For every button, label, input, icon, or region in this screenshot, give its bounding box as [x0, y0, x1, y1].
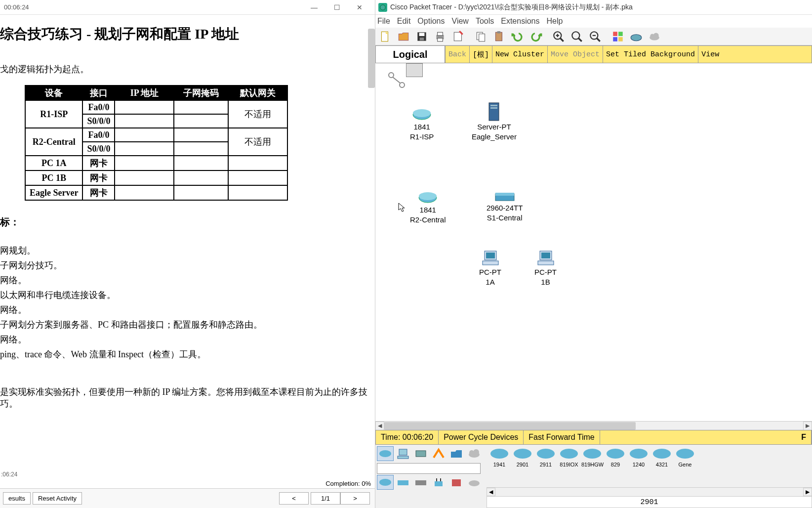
subcat-switches-icon[interactable]	[395, 475, 411, 490]
cat-end-devices-icon[interactable]	[395, 446, 411, 461]
subcat-routers-icon[interactable]	[377, 475, 394, 490]
close-button[interactable]: ✕	[348, 0, 371, 15]
menu-view[interactable]: View	[452, 17, 469, 26]
device-pc-1b[interactable]: PC-PT 1B	[534, 250, 557, 287]
device-item[interactable]: 2911	[535, 447, 557, 468]
device-list-scrollbar[interactable]: ◀ ▶	[487, 487, 812, 496]
zoom-in-icon[interactable]	[550, 29, 567, 44]
zoom-reset-icon[interactable]	[568, 29, 585, 44]
svg-point-70	[653, 449, 671, 459]
cloud-icon[interactable]	[646, 29, 663, 44]
scrollbar-thumb[interactable]	[368, 29, 375, 88]
scroll-right-icon[interactable]: ▶	[803, 422, 812, 430]
back-button[interactable]: Back	[445, 46, 469, 63]
subcat-hubs-icon[interactable]	[412, 475, 429, 490]
workspace-hscrollbar[interactable]: ◀ ▶	[375, 421, 812, 430]
copy-icon[interactable]	[473, 29, 489, 44]
svg-point-34	[413, 109, 431, 117]
device-eagle-server[interactable]: Server-PT Eagle_Server	[472, 102, 517, 141]
svg-rect-51	[416, 451, 426, 457]
device-item[interactable]: 4321	[651, 447, 673, 468]
device-item[interactable]: 829	[605, 447, 626, 468]
set-background-button[interactable]: Set Tiled Background	[603, 46, 698, 63]
device-item[interactable]: Gene	[674, 447, 696, 468]
fast-forward-button[interactable]: Fast Forward Time	[524, 430, 600, 444]
svg-point-31	[400, 83, 405, 87]
subcat-security-icon[interactable]	[448, 475, 465, 490]
device-item[interactable]: 819IOX	[558, 447, 580, 468]
minimize-button[interactable]: —	[303, 0, 325, 15]
new-cluster-button[interactable]: New Cluster	[492, 46, 547, 63]
svg-rect-8	[454, 32, 461, 41]
svg-point-55	[379, 479, 391, 486]
svg-rect-3	[419, 33, 425, 36]
paste-icon[interactable]	[491, 29, 508, 44]
check-results-button[interactable]: esults	[3, 492, 31, 505]
svg-point-71	[676, 449, 694, 459]
zoom-out-icon[interactable]	[587, 29, 604, 44]
svg-line-32	[393, 77, 400, 83]
svg-rect-6	[438, 32, 443, 36]
redo-icon[interactable]	[528, 29, 544, 44]
activity-wizard-icon[interactable]	[450, 29, 467, 44]
device-pc-1a[interactable]: PC-PT 1A	[479, 250, 501, 287]
print-icon[interactable]	[432, 29, 448, 44]
app-icon	[378, 3, 387, 12]
bullet: 子网划分方案到服务器、PC 和路由器接口；配置服务和静态路由。	[0, 319, 373, 331]
table-row: PC 1B 网卡	[25, 170, 287, 185]
svg-rect-22	[613, 32, 617, 36]
scroll-right-icon[interactable]: ▶	[803, 488, 812, 496]
move-object-button[interactable]: Move Object	[547, 46, 603, 63]
cat-multiuser-icon[interactable]	[466, 446, 483, 461]
menu-edit[interactable]: Edit	[397, 17, 411, 26]
prev-page-button[interactable]: <	[279, 492, 309, 505]
viewport-button[interactable]: View	[698, 46, 722, 63]
reset-activity-button[interactable]: Reset Activity	[33, 492, 82, 505]
save-file-icon[interactable]	[413, 29, 430, 44]
table-row: Eagle Server 网卡	[25, 185, 287, 200]
subcat-wan-icon[interactable]	[466, 475, 483, 490]
cat-connections-icon[interactable]	[430, 446, 447, 461]
device-r2-central[interactable]: 1841 R2-Central	[410, 191, 446, 224]
cat-components-icon[interactable]	[412, 446, 429, 461]
cat-misc-icon[interactable]	[448, 446, 465, 461]
realtime-toggle[interactable]: F	[796, 430, 812, 444]
menu-extensions[interactable]: Extensions	[501, 17, 539, 26]
device-item[interactable]: 819HGW	[581, 447, 603, 468]
device-item[interactable]: 1941	[488, 447, 510, 468]
menu-help[interactable]: Help	[547, 17, 563, 26]
power-cycle-button[interactable]: Power Cycle Devices	[439, 430, 524, 444]
sim-time: Time: 00:06:20	[376, 430, 439, 444]
menu-file[interactable]: File	[377, 17, 390, 26]
custom-devices-icon[interactable]	[628, 29, 645, 44]
device-item[interactable]: 1240	[628, 447, 650, 468]
open-file-icon[interactable]	[395, 29, 412, 44]
scroll-left-icon[interactable]: ◀	[375, 422, 384, 430]
cat-network-devices-icon[interactable]	[377, 446, 394, 461]
logical-view-label[interactable]: Logical	[376, 46, 445, 63]
bottom-paragraph: 是实现标准实验拓扑，但要使用一种新的 IP 编址方案。您将用到截至本课程目前为止…	[0, 386, 373, 410]
device-s1-central[interactable]: 2960-24TT S1-Central	[487, 191, 523, 222]
instructions-content[interactable]: 综合技巧练习 - 规划子网和配置 IP 地址 戈的逻辑拓扑为起点。 设备 接口 …	[0, 15, 375, 479]
svg-rect-23	[618, 32, 623, 36]
undo-icon[interactable]	[509, 29, 526, 44]
device-search-input[interactable]	[377, 463, 481, 474]
device-r1-isp[interactable]: 1841 R1-ISP	[410, 108, 434, 141]
svg-rect-49	[399, 449, 407, 455]
workspace-canvas[interactable]: 1841 R1-ISP Server-PT Eagle_Server 1841 …	[375, 63, 812, 430]
svg-line-18	[578, 38, 582, 42]
device-item[interactable]: 2901	[512, 447, 533, 468]
menu-options[interactable]: Options	[417, 17, 445, 26]
navigation-widget[interactable]	[378, 63, 423, 93]
next-page-button[interactable]: >	[340, 492, 370, 505]
svg-rect-25	[618, 37, 623, 42]
svg-line-20	[597, 38, 600, 42]
device-list[interactable]: 1941 2901 2911 819IOX 819HGW 829 1240 43…	[487, 445, 812, 487]
scroll-left-icon[interactable]: ◀	[487, 488, 495, 496]
maximize-button[interactable]: ☐	[325, 0, 348, 15]
palette-icon[interactable]	[609, 29, 626, 44]
menu-tools[interactable]: Tools	[476, 17, 494, 26]
new-file-icon[interactable]	[377, 29, 394, 44]
root-button[interactable]: [根]	[469, 46, 492, 63]
subcat-wireless-icon[interactable]	[430, 475, 447, 490]
